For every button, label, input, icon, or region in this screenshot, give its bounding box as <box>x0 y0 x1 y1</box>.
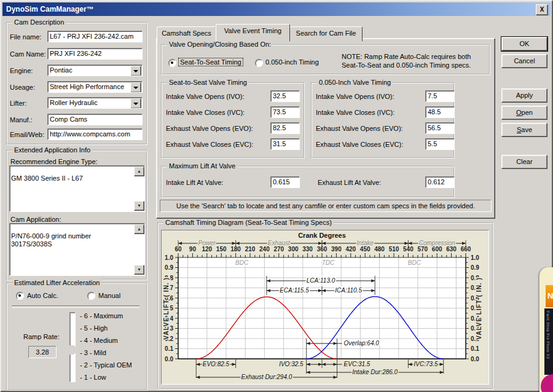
auto-calc-radio[interactable] <box>16 292 24 300</box>
inch-evo-field[interactable]: 56.5 <box>425 122 455 134</box>
svg-text:600: 600 <box>432 246 442 253</box>
ramp-rate-value: 3.28 <box>28 346 57 358</box>
chevron-down-icon <box>133 87 138 92</box>
valve-basis-title: Valve Opening/Closing Based On: <box>167 41 273 48</box>
lifter-accel-title: Estimated Lifter Acceleration <box>12 279 101 286</box>
close-icon[interactable]: X <box>536 4 548 15</box>
cam-name-label: Cam Name: <box>10 50 46 58</box>
note-line2: Seat-To-Seat and 0.050-inch Timing specs… <box>342 61 471 69</box>
seat-to-seat-radio-label[interactable]: Seat-To-Seat Timing <box>179 58 243 66</box>
ok-button[interactable]: OK <box>501 37 547 51</box>
svg-text:240: 240 <box>259 246 270 253</box>
file-name-field[interactable]: L67 - PRJ XFI 236-242.cam <box>47 31 143 42</box>
divider <box>12 305 139 308</box>
intake-lift-field[interactable]: 0.615 <box>270 176 300 188</box>
svg-text:0.9: 0.9 <box>165 264 173 271</box>
svg-text:Exhaust Dur:294.0: Exhaust Dur:294.0 <box>241 374 292 380</box>
cam-name-field[interactable]: PRJ XFI 236-242 <box>47 48 143 60</box>
email-web-label: Email/Web: <box>10 131 44 138</box>
tab-camshaft-specs[interactable]: Camshaft Specs <box>157 26 216 41</box>
seat-to-seat-radio[interactable] <box>168 59 176 67</box>
cancel-button[interactable]: Cancel <box>501 54 547 68</box>
cam-application-textarea[interactable]: P/N76-000-9 grind number 3017S/3038S ▲ ▼ <box>9 223 145 276</box>
slider-scale-3: - 3 - Mild <box>80 349 106 356</box>
save-button[interactable]: Save <box>501 123 547 137</box>
svg-text:0.0: 0.0 <box>165 356 173 363</box>
open-button[interactable]: Open <box>501 106 547 120</box>
inch-timing-radio-label[interactable]: 0.050-inch Timing <box>265 58 319 66</box>
svg-text:TDC: TDC <box>322 259 335 266</box>
timing-diagram: 6090120150180210240270300330360390420450… <box>162 230 487 383</box>
slider-scale-6: - 6 - Maximum <box>80 312 123 319</box>
useage-dropdown-button[interactable] <box>130 82 141 93</box>
useage-value: Street High Performance <box>50 83 124 90</box>
seat-evc-label: Exhaust Valve Closes (EVC): <box>166 141 253 148</box>
manuf-field[interactable]: Comp Cams <box>47 114 143 125</box>
svg-text:90: 90 <box>189 246 197 253</box>
inch-ivc-label: Intake Valve Closes (IVC): <box>316 109 394 116</box>
svg-text:420: 420 <box>345 246 356 253</box>
manuf-label: Manuf.: <box>10 116 33 123</box>
slider-scale-5: - 5 - High <box>80 324 108 332</box>
scroll-down-icon[interactable]: ▼ <box>134 265 144 275</box>
scroll-down-icon[interactable]: ▼ <box>134 201 144 211</box>
svg-text:1.0: 1.0 <box>471 254 479 261</box>
engine-combo[interactable]: Pontiac <box>47 65 143 76</box>
slider-scale-1: - 1 - Low <box>80 374 106 381</box>
slider-scale-2: - 2 - Typical OEM <box>80 361 132 369</box>
svg-text:0.1: 0.1 <box>165 345 173 352</box>
seat-evo-field[interactable]: 82.5 <box>270 122 300 134</box>
svg-text:VALVE LIFT ( IN. ): VALVE LIFT ( IN. ) <box>476 277 482 340</box>
svg-text:180: 180 <box>230 246 241 253</box>
svg-text:VALVE LIFT ( IN. ): VALVE LIFT ( IN. ) <box>163 277 170 340</box>
background-product-box: Paint Shop Pro Photo X2 <box>544 308 553 375</box>
svg-text:60: 60 <box>175 246 182 253</box>
inch-timing-radio[interactable] <box>255 59 263 67</box>
useage-combo[interactable]: Street High Performance <box>47 81 143 93</box>
apply-button[interactable]: Apply <box>501 88 547 103</box>
engine-type-textarea[interactable]: GM 3800 Series II - L67 ▲ ▼ <box>9 165 145 212</box>
svg-text:330: 330 <box>302 246 313 253</box>
tab-valve-event-timing[interactable]: Valve Event Timing <box>216 24 290 41</box>
exhaust-lift-field[interactable]: 0.612 <box>425 176 455 188</box>
lifter-combo[interactable]: Roller Hydraulic <box>47 97 143 109</box>
svg-text:540: 540 <box>403 246 414 253</box>
lifter-dropdown-button[interactable] <box>130 98 141 109</box>
inch-evc-field[interactable]: 5.5 <box>425 138 455 150</box>
scroll-up-icon[interactable]: ▲ <box>134 167 144 176</box>
title-bar[interactable]: DynoSim CamManager™ X <box>2 2 551 16</box>
svg-text:EVC:31.5: EVC:31.5 <box>344 361 371 367</box>
engine-value: Pontiac <box>50 66 73 74</box>
manual-radio[interactable] <box>87 292 95 300</box>
lifter-label: Lifter: <box>10 100 27 107</box>
engine-dropdown-button[interactable] <box>130 66 141 76</box>
svg-text:IVO:32.5: IVO:32.5 <box>279 361 304 367</box>
chevron-down-icon <box>133 103 138 108</box>
svg-text:LCA:113.0: LCA:113.0 <box>307 277 335 284</box>
email-web-field[interactable]: http://www.compcams.com <box>47 128 143 140</box>
cam-application-text: P/N76-000-9 grind number 3017S/3038S <box>11 232 91 248</box>
max-lift-title: Maximum Lift At Valve <box>167 162 237 170</box>
svg-text:Power: Power <box>198 240 216 246</box>
slider-scale-4: - 4 - Medium <box>80 337 118 344</box>
inch-ivo-label: Intake Valve Opens (IVO): <box>316 93 394 100</box>
seat-ivc-field[interactable]: 73.5 <box>270 106 300 118</box>
svg-text:210: 210 <box>245 246 256 253</box>
scroll-up-icon[interactable]: ▲ <box>134 224 144 234</box>
svg-text:1.0: 1.0 <box>165 254 173 261</box>
inch-ivo-field[interactable]: 7.5 <box>425 90 455 102</box>
clear-button[interactable]: Clear <box>501 155 547 169</box>
inch-ivc-field[interactable]: 48.5 <box>425 106 455 118</box>
tab-search-for-cam-file[interactable]: Search for Cam File <box>289 26 363 41</box>
svg-text:300: 300 <box>288 246 299 253</box>
svg-text:Crank Degrees: Crank Degrees <box>298 232 346 239</box>
cam-application-label: Cam Application: <box>10 216 61 223</box>
engine-type-label: Recommended Engine Type: <box>10 158 98 165</box>
seat-evc-field[interactable]: 31.5 <box>270 138 300 150</box>
engine-type-text: GM 3800 Series II - L67 <box>11 174 83 182</box>
inch-evc-label: Exhaust Valve Closes (EVC): <box>316 141 403 148</box>
svg-text:510: 510 <box>389 246 399 253</box>
background-product-text: Paint Shop Pro Photo X2 <box>546 311 550 359</box>
svg-text:120: 120 <box>202 246 212 253</box>
seat-ivo-field[interactable]: 32.5 <box>270 90 300 102</box>
